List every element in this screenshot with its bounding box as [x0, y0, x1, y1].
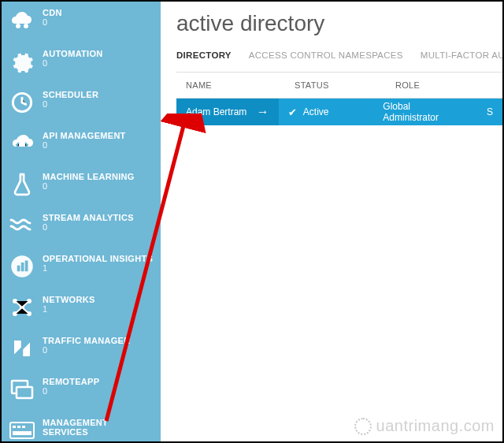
- sidebar-item-label: MANAGEMENT SERVICES: [43, 418, 154, 437]
- sidebar-item-label: MACHINE LEARNING: [43, 172, 135, 181]
- flask-icon: [8, 170, 36, 199]
- svg-rect-6: [25, 261, 28, 272]
- stream-icon: [8, 211, 36, 240]
- cell-extra: S: [477, 99, 502, 125]
- sidebar: CDN0 AUTOMATION0 SCHEDULER0 API MANAGEME…: [2, 2, 161, 441]
- sidebar-item-count: 0: [43, 58, 103, 68]
- network-icon: [8, 293, 36, 322]
- tab-multi-factor-auth-providers[interactable]: MULTI-FACTOR AUTH PROVIDERS: [421, 50, 504, 66]
- directory-name: Adam Bertram: [186, 106, 246, 117]
- cell-name[interactable]: Adam Bertram →: [176, 99, 279, 125]
- sidebar-item-management-services[interactable]: MANAGEMENT SERVICES: [2, 411, 161, 441]
- traffic-icon: [8, 334, 36, 363]
- sidebar-item-traffic-manager[interactable]: TRAFFIC MANAGER0: [2, 329, 161, 370]
- sidebar-item-count: 1: [43, 304, 95, 314]
- cell-status: ✔ Active: [279, 99, 374, 125]
- sidebar-item-label: OPERATIONAL INSIGHTS: [43, 254, 153, 263]
- sidebar-item-scheduler[interactable]: SCHEDULER0: [2, 84, 161, 125]
- svg-rect-15: [13, 426, 16, 428]
- svg-rect-18: [13, 431, 32, 435]
- status-text: Active: [303, 106, 329, 117]
- column-status[interactable]: STATUS: [285, 73, 386, 98]
- svg-point-0: [16, 24, 20, 28]
- svg-rect-13: [17, 387, 32, 398]
- svg-rect-16: [17, 426, 20, 428]
- cell-role: Global Administrator: [373, 99, 477, 125]
- sidebar-item-machine-learning[interactable]: MACHINE LEARNING0: [2, 166, 161, 207]
- gear-icon: [8, 47, 36, 76]
- svg-rect-4: [17, 266, 20, 272]
- sidebar-item-operational-insights[interactable]: OPERATIONAL INSIGHTS1: [2, 248, 161, 289]
- sidebar-item-label: TRAFFIC MANAGER: [43, 336, 130, 345]
- sidebar-item-label: SCHEDULER: [43, 90, 98, 99]
- tab-directory[interactable]: DIRECTORY: [176, 50, 232, 66]
- insights-icon: [8, 252, 36, 281]
- sidebar-item-cdn[interactable]: CDN0: [2, 2, 161, 43]
- svg-point-1: [24, 24, 28, 28]
- cdn-icon: [8, 6, 36, 35]
- sidebar-item-api-management[interactable]: API MANAGEMENT0: [2, 125, 161, 166]
- tab-access-control-namespaces[interactable]: ACCESS CONTROL NAMESPACES: [249, 50, 403, 66]
- sidebar-item-label: API MANAGEMENT: [43, 131, 126, 140]
- clock-icon: [8, 88, 36, 117]
- sidebar-item-count: 0: [43, 386, 99, 396]
- svg-rect-14: [10, 423, 34, 438]
- column-name[interactable]: NAME: [176, 73, 285, 98]
- sidebar-item-label: STREAM ANALYTICS: [43, 213, 134, 222]
- sidebar-item-count: 0: [43, 140, 126, 150]
- column-role[interactable]: ROLE: [386, 73, 496, 98]
- sidebar-item-remoteapp[interactable]: REMOTEAPP0: [2, 370, 161, 411]
- page-title: active directory: [176, 11, 502, 36]
- check-icon: ✔: [288, 106, 297, 118]
- sidebar-item-count: 0: [43, 345, 130, 355]
- sidebar-item-count: 0: [43, 99, 98, 109]
- sidebar-item-count: 1: [43, 263, 153, 273]
- sidebar-item-count: 0: [43, 17, 62, 27]
- sidebar-item-label: NETWORKS: [43, 295, 95, 304]
- sidebar-item-automation[interactable]: AUTOMATION0: [2, 43, 161, 84]
- svg-rect-17: [22, 426, 25, 428]
- sidebar-item-label: REMOTEAPP: [43, 377, 99, 386]
- sidebar-item-count: 0: [43, 222, 134, 232]
- svg-rect-5: [21, 262, 24, 271]
- sidebar-item-networks[interactable]: NETWORKS1: [2, 289, 161, 329]
- management-icon: [8, 416, 36, 441]
- sidebar-item-label: CDN: [43, 8, 62, 17]
- sidebar-item-count: 0: [43, 181, 135, 191]
- main-panel: active directory DIRECTORY ACCESS CONTRO…: [161, 2, 502, 441]
- sidebar-item-label: AUTOMATION: [43, 49, 103, 58]
- remoteapp-icon: [8, 375, 36, 404]
- cloud-arrows-icon: [8, 129, 36, 158]
- sidebar-item-stream-analytics[interactable]: STREAM ANALYTICS0: [2, 207, 161, 248]
- table-header: NAME STATUS ROLE: [176, 72, 502, 99]
- table-row[interactable]: Adam Bertram → ✔ Active Global Administr…: [176, 99, 502, 125]
- tabs: DIRECTORY ACCESS CONTROL NAMESPACES MULT…: [176, 50, 502, 67]
- arrow-right-icon[interactable]: →: [257, 105, 269, 119]
